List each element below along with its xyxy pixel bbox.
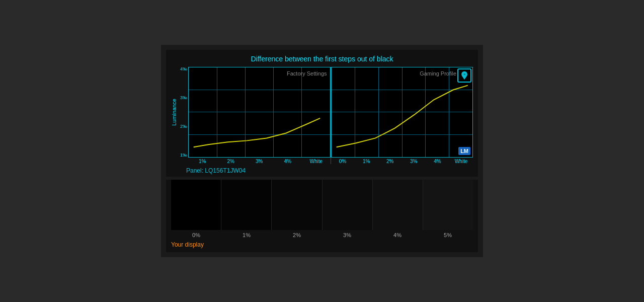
display-x-tick-0: 0% bbox=[171, 232, 221, 238]
charts-wrapper: Factory Settings 1% 2% 3% 4% White bbox=[188, 67, 473, 164]
y-tick-4: 4‰ bbox=[180, 67, 187, 71]
y-axis-ticks: 1‰ 2‰ 3‰ 4‰ bbox=[180, 67, 188, 158]
chart-right-grid: Gaming Profile LM bbox=[331, 67, 473, 158]
x-tick: 2% bbox=[217, 159, 246, 164]
display-x-axis: 0% 1% 2% 3% 4% 5% bbox=[171, 230, 473, 240]
x-tick: 1% bbox=[355, 159, 378, 164]
chart-right-svg bbox=[332, 67, 473, 157]
charts-y-axis-row: Luminance 1‰ 2‰ 3‰ 4‰ bbox=[171, 67, 473, 164]
panel-info: Panel: LQ156T1JW04 bbox=[171, 167, 473, 174]
display-segment-4 bbox=[373, 180, 423, 230]
x-tick: 1% bbox=[188, 159, 217, 164]
display-segment-3 bbox=[323, 180, 373, 230]
chart-left: Factory Settings 1% 2% 3% 4% White bbox=[188, 67, 331, 164]
main-container: Difference between the first steps out o… bbox=[161, 45, 483, 257]
x-tick: 4% bbox=[426, 159, 449, 164]
chart-title: Difference between the first steps out o… bbox=[171, 55, 473, 63]
y-tick-3: 3‰ bbox=[180, 96, 187, 100]
display-x-tick-3: 3% bbox=[322, 232, 372, 238]
display-x-tick-1: 1% bbox=[221, 232, 272, 238]
chart-left-grid: Factory Settings bbox=[188, 67, 331, 158]
chart-right-x-axis: 0% 1% 2% 3% 4% White bbox=[331, 158, 473, 164]
display-segment-1 bbox=[221, 180, 272, 230]
display-segment-2 bbox=[272, 180, 322, 230]
display-x-tick-5: 5% bbox=[423, 232, 473, 238]
chart-left-x-axis: 1% 2% 3% 4% White bbox=[188, 158, 331, 164]
chart-right: Gaming Profile LM bbox=[331, 67, 473, 164]
y-tick-2: 2‰ bbox=[180, 124, 187, 129]
y-axis-label: Luminance bbox=[171, 99, 177, 126]
x-tick: 2% bbox=[378, 159, 402, 164]
y-tick-1: 1‰ bbox=[180, 153, 187, 158]
x-tick-white-left: White bbox=[302, 159, 331, 164]
chart-section: Difference between the first steps out o… bbox=[166, 50, 478, 177]
x-tick-white-right: White bbox=[449, 159, 473, 164]
x-tick: 3% bbox=[245, 159, 274, 164]
display-section: 0% 1% 2% 3% 4% 5% Your display bbox=[166, 180, 478, 252]
x-tick: 4% bbox=[274, 159, 302, 164]
display-segment-5 bbox=[423, 180, 473, 230]
display-x-tick-2: 2% bbox=[272, 232, 322, 238]
your-display-label: Your display bbox=[171, 241, 473, 248]
x-tick: 3% bbox=[402, 159, 426, 164]
x-tick: 0% bbox=[331, 159, 355, 164]
display-x-tick-4: 4% bbox=[372, 232, 423, 238]
display-segment-0 bbox=[171, 180, 221, 230]
display-preview bbox=[171, 180, 473, 230]
chart-left-svg bbox=[189, 67, 330, 157]
